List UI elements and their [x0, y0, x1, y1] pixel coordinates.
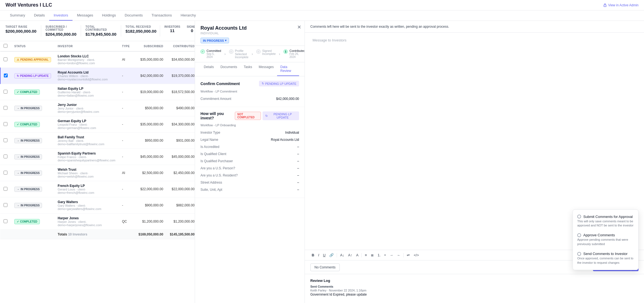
status-badge: → IN PROGRESS	[14, 154, 42, 159]
contributed-amount: $22,000,000.00	[166, 181, 195, 197]
no-comments-button[interactable]: No Comments	[310, 263, 340, 271]
review-log: Review Log Sent Comments Keith Farley · …	[305, 274, 644, 303]
underline-btn[interactable]: U	[322, 252, 327, 258]
dropdown-item-2[interactable]: Send Comments to Investor Once approved,…	[573, 249, 638, 268]
investor-email: Gerard Louis · client-demo+french@flowin…	[58, 188, 115, 194]
detail-tab-data-review[interactable]: Data Review	[277, 62, 299, 76]
not-completed-badge: NOT COMPLETED	[235, 112, 261, 120]
invest-rows: Investor Type Individual Legal Name Roya…	[200, 129, 299, 193]
main-content: TARGET RAISE $200,000,000.00 SUBSCRIBED …	[0, 21, 644, 303]
table-row[interactable]: → IN PROGRESS Jerry Junior Jerry Junior …	[0, 100, 195, 116]
contributed-amount: $882,000.00	[166, 197, 195, 214]
investor-email: Leopold Franz · client-demo+german@flowi…	[58, 123, 115, 130]
investor-email: Guillermo Harald · client-demo+italian@f…	[58, 91, 115, 97]
bold-btn[interactable]: B	[310, 252, 316, 258]
list-ul-btn[interactable]: •	[383, 252, 387, 258]
row-checkbox[interactable]	[4, 171, 7, 175]
status-badge-top: IN PROGRESS ▾	[200, 38, 299, 43]
font-size-decrease-btn[interactable]: A↓	[339, 252, 345, 258]
detail-tab-tasks[interactable]: Tasks	[240, 62, 255, 76]
table-row[interactable]: → IN PROGRESS Spanish Equity Partners Fe…	[0, 149, 195, 165]
invest-row-value: –	[297, 181, 299, 184]
contributed-amount: $19,370,000.00	[166, 68, 195, 84]
row-checkbox[interactable]	[4, 57, 7, 61]
invest-row-label: Is Accredited	[200, 145, 219, 149]
review-log-title: Review Log	[310, 279, 639, 283]
tab-transactions[interactable]: Transactions	[147, 10, 176, 21]
tab-hierarchy[interactable]: Hierarchy	[176, 10, 200, 21]
row-checkbox[interactable]	[4, 122, 7, 126]
toolbar-divider-2	[361, 253, 362, 257]
investor-type: AI	[119, 165, 135, 181]
row-checkbox[interactable]	[4, 90, 7, 94]
dropdown-item-0[interactable]: Submit Comments for Approval This will o…	[573, 212, 638, 231]
indent-btn[interactable]: →	[388, 252, 394, 258]
investor-type: AI	[119, 51, 135, 68]
totals-contributed: $145,195,500.00	[166, 230, 195, 239]
investor-type: -	[119, 68, 135, 84]
left-panel: TARGET RAISE $200,000,000.00 SUBSCRIBED …	[0, 21, 195, 303]
font-color-btn[interactable]: A	[355, 252, 360, 258]
contributed-amount: $931,000.00	[166, 133, 195, 149]
row-checkbox[interactable]	[4, 219, 7, 223]
table-row[interactable]: ✓ COMPLETED German Equity LP Leopold Fra…	[0, 116, 195, 133]
tab-documents[interactable]: Documents	[120, 10, 147, 21]
subscribed-amount: $42,000,000.00	[135, 68, 166, 84]
col-status: STATUS	[11, 41, 54, 51]
ws-signed: ○ Signed Incomplete	[256, 49, 276, 59]
view-active-admin-link[interactable]: View in Active Admin	[603, 3, 639, 7]
invest-pending-lp-btn[interactable]: ↻ PENDING LP UPDATE	[263, 111, 299, 120]
table-row[interactable]: → IN PROGRESS French Equity LP Gerard Lo…	[0, 181, 195, 197]
tab-messages[interactable]: Messages	[73, 10, 97, 21]
link-btn[interactable]: 🔗	[328, 252, 335, 258]
table-row[interactable]: ✓ COMPLETED Italian Equity LP Guillermo …	[0, 84, 195, 100]
ws-signed-check: ○	[256, 49, 261, 54]
italic-btn[interactable]: I	[317, 252, 320, 258]
table-row[interactable]: → IN PROGRESS Gary Walters Gary Walters …	[0, 197, 195, 214]
invest-row: Suite, Unit, Apt –	[200, 186, 299, 193]
in-progress-badge[interactable]: IN PROGRESS ▾	[200, 38, 229, 43]
list-ol-btn[interactable]: 1.	[376, 252, 382, 258]
text-direction-btn[interactable]: ⇌	[405, 252, 411, 258]
tab-summary[interactable]: Summary	[5, 10, 30, 21]
detail-tab-details[interactable]: Details	[200, 62, 217, 76]
close-button[interactable]: ✕	[297, 24, 301, 30]
table-row[interactable]: ↻ PENDING LP UPDATE Royal Accounts Ltd C…	[0, 68, 195, 84]
investor-type: -	[119, 84, 135, 100]
detail-tab-documents[interactable]: Documents	[217, 62, 241, 76]
subscribed-amount: $1,200,000.00	[135, 214, 166, 230]
select-all-checkbox[interactable]	[4, 44, 7, 48]
row-checkbox[interactable]	[4, 138, 7, 142]
invest-row-label: Is Qualified Purchaser	[200, 159, 233, 163]
detail-tab-messages[interactable]: Messages	[255, 62, 277, 76]
dropdown-item-1[interactable]: Approve Comments Approve pending comment…	[573, 230, 638, 249]
comments-panel: Comments left here will be sent to the i…	[305, 21, 644, 303]
outdent-btn[interactable]: ←	[395, 252, 402, 258]
stat-investors: INVESTORS 11	[165, 25, 180, 37]
row-checkbox[interactable]	[4, 155, 7, 158]
investor-name: Italian Equity LP	[58, 87, 115, 91]
totals-row: Totals 10 Investors $169,050,000.00 $145…	[0, 230, 195, 239]
row-checkbox[interactable]	[4, 187, 7, 191]
row-checkbox[interactable]	[4, 74, 8, 77]
table-row[interactable]: → IN PROGRESS Welsh Trust Michael Sheen …	[0, 165, 195, 181]
review-log-text: Government Id Expired, please update	[310, 293, 639, 296]
toolbar-divider-1	[337, 253, 337, 257]
tab-holdings[interactable]: Holdings	[97, 10, 120, 21]
align-left-btn[interactable]: ≡	[363, 252, 368, 258]
table-row[interactable]: ✓ COMPLETED Harper Jones Harper Jones · …	[0, 214, 195, 230]
align-center-btn[interactable]: ≣	[369, 252, 375, 258]
comments-input[interactable]: Message to Investors	[310, 36, 639, 52]
table-row[interactable]: ⚠ PENDING APPROVAL London Stocks LLC Bar…	[0, 51, 195, 68]
invest-row-value: –	[297, 145, 299, 149]
investor-name: German Equity LP	[58, 119, 115, 123]
font-size-increase-btn[interactable]: A↑	[347, 252, 354, 258]
confirm-pending-lp-btn[interactable]: ↻ PENDING LP UPDATE	[259, 81, 299, 86]
table-row[interactable]: → IN PROGRESS Ball Family Trust Jeremy B…	[0, 133, 195, 149]
investor-name: Gary Walters	[58, 200, 115, 204]
row-checkbox[interactable]	[4, 106, 7, 110]
row-checkbox[interactable]	[4, 203, 7, 207]
tab-investors[interactable]: Investors	[49, 10, 73, 21]
code-btn[interactable]: </>	[412, 252, 420, 258]
tab-details[interactable]: Details	[30, 10, 49, 21]
